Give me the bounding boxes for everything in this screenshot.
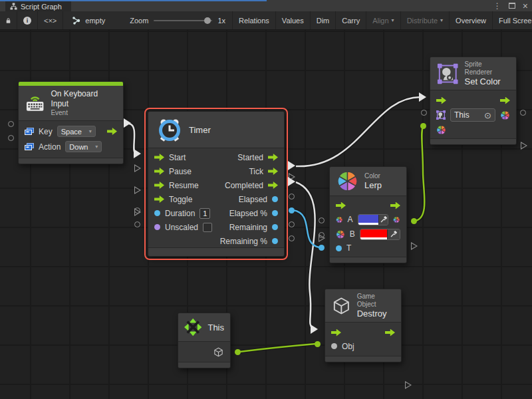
obj-port-dot[interactable] — [331, 343, 337, 349]
resume-flow-arrow[interactable] — [154, 182, 164, 189]
port-setcolor-flow-out[interactable] — [521, 142, 527, 150]
port-setcolor-target-in[interactable] — [421, 110, 427, 116]
t-port-dot[interactable] — [336, 245, 342, 251]
values-button[interactable]: Values — [276, 11, 311, 29]
carry-button[interactable]: Carry — [336, 11, 366, 29]
dim-button[interactable]: Dim — [311, 11, 336, 29]
graph-breadcrumb[interactable]: empty — [63, 11, 111, 29]
unscaled-port-dot[interactable] — [154, 224, 160, 230]
port-destroy-flow-out[interactable] — [405, 381, 412, 389]
port-setcolor-color-in[interactable] — [420, 123, 426, 129]
tick-flow-arrow[interactable] — [268, 168, 278, 175]
port-destroy-obj-in[interactable] — [315, 341, 321, 347]
zoom-slider[interactable] — [154, 20, 212, 21]
fullscreen-button[interactable]: Full Screen — [493, 11, 532, 29]
setcolor-flow-in-arrow[interactable] — [436, 97, 446, 104]
port-lerp-t-in[interactable] — [319, 245, 325, 251]
port-timer-completed-out[interactable] — [288, 177, 295, 186]
this-output-port[interactable] — [213, 346, 224, 358]
node-set-color[interactable]: Sprite Renderer Set Color This ⊙ — [430, 57, 517, 145]
setcolor-flow-out-arrow[interactable] — [500, 97, 510, 104]
node-color-lerp[interactable]: Color Lerp A B T — [329, 166, 407, 263]
window-close-icon[interactable]: × — [523, 1, 528, 11]
port-lerp-flow-out[interactable] — [411, 242, 418, 250]
elapsed-pct-port-dot[interactable] — [272, 210, 278, 216]
port-key-default[interactable] — [8, 121, 14, 127]
duration-port-dot[interactable] — [154, 210, 160, 216]
port-action-default[interactable] — [8, 135, 14, 141]
port-timer-remaining-out[interactable] — [289, 221, 295, 227]
port-this-out[interactable] — [235, 349, 241, 355]
port-lerp-result-out[interactable] — [411, 218, 417, 224]
node-on-keyboard-input[interactable]: On Keyboard Input Event Key Space ▾ A — [18, 81, 124, 164]
port-timer-elapsedpct-out[interactable] — [289, 207, 295, 213]
relations-button[interactable]: Relations — [233, 11, 276, 29]
port-timer-pause-in[interactable] — [134, 164, 141, 172]
port-timer-elapsed-out[interactable] — [289, 194, 295, 200]
port-kb-trigger-out[interactable] — [124, 118, 131, 128]
node-timer[interactable]: Timer Start Pause Resume Toggle Duration… — [148, 111, 285, 257]
eyedropper-icon[interactable] — [387, 229, 400, 239]
remaining-pct-port-dot[interactable] — [272, 238, 278, 244]
node-category: Color — [364, 172, 382, 180]
node-header[interactable]: This — [178, 313, 230, 342]
start-flow-arrow[interactable] — [154, 154, 164, 161]
node-header[interactable]: Sprite Renderer Set Color — [430, 57, 516, 90]
tab-script-graph[interactable]: Script Graph — [5, 1, 71, 11]
color-input-port[interactable] — [436, 125, 446, 135]
color-a-swatch[interactable] — [358, 215, 378, 225]
destroy-flow-out-arrow[interactable] — [385, 329, 395, 336]
node-header[interactable]: Game Object Destroy — [325, 289, 401, 323]
port-setcolor-flow-in[interactable] — [419, 92, 426, 102]
distribute-button[interactable]: Distribute▾ — [401, 11, 450, 29]
remaining-port-dot[interactable] — [272, 224, 278, 230]
key-dropdown[interactable]: Space ▾ — [57, 126, 96, 137]
action-dropdown[interactable]: Down ▾ — [65, 141, 102, 152]
this-self-icon — [184, 318, 201, 336]
toggle-flow-arrow[interactable] — [154, 196, 164, 203]
align-button[interactable]: Align▾ — [366, 11, 400, 29]
node-destroy[interactable]: Game Object Destroy Obj — [325, 289, 402, 362]
port-lerp-b-in[interactable] — [319, 232, 325, 238]
window-maximize-icon[interactable] — [509, 3, 515, 9]
completed-flow-arrow[interactable] — [268, 182, 278, 189]
port-lerp-a-in[interactable] — [319, 217, 325, 223]
port-timer-start-in[interactable] — [134, 149, 141, 158]
zoom-slider-handle[interactable] — [204, 17, 211, 24]
object-picker-icon[interactable]: ⊙ — [484, 110, 491, 120]
node-this[interactable]: This — [178, 313, 231, 368]
color-b-field[interactable] — [360, 229, 400, 240]
port-setcolor-value-out[interactable] — [520, 110, 526, 116]
started-flow-arrow[interactable] — [268, 154, 278, 161]
port-timer-unscaled-in[interactable] — [134, 221, 140, 227]
node-header[interactable]: Color Lerp — [330, 167, 406, 196]
destroy-flow-in-arrow[interactable] — [331, 329, 341, 336]
lerp-result-port[interactable] — [393, 215, 400, 225]
info-button[interactable]: i — [17, 11, 38, 29]
kb-trigger-arrow[interactable] — [107, 128, 117, 135]
elapsed-port-dot[interactable] — [272, 196, 278, 202]
target-field[interactable]: This ⊙ — [450, 108, 495, 122]
start-label: Start — [169, 153, 186, 162]
distribute-label: Distribute — [407, 17, 438, 25]
port-timer-remainingpct-out[interactable] — [289, 235, 295, 241]
color-a-field[interactable] — [358, 214, 389, 225]
node-header[interactable]: Timer — [148, 112, 284, 148]
b-port-label: B — [350, 229, 355, 239]
lock-button[interactable] — [0, 11, 17, 29]
port-timer-resume-in[interactable] — [134, 186, 141, 194]
overview-button[interactable]: Overview — [450, 11, 493, 29]
color-b-swatch[interactable] — [360, 229, 387, 239]
port-destroy-flow-in[interactable] — [311, 325, 318, 334]
setcolor-value-port[interactable] — [500, 110, 510, 120]
pause-label: Pause — [169, 167, 192, 176]
lerp-flow-out-arrow[interactable] — [390, 202, 400, 209]
window-menu-icon[interactable]: ⋮ — [493, 1, 501, 11]
node-header[interactable]: On Keyboard Input Event — [19, 86, 123, 121]
port-timer-tick-out[interactable] — [288, 161, 295, 170]
pause-flow-arrow[interactable] — [154, 168, 164, 175]
eyedropper-icon[interactable] — [378, 215, 388, 225]
code-toggle-button[interactable]: <×> — [38, 11, 63, 29]
lerp-flow-in-arrow[interactable] — [336, 202, 346, 209]
port-timer-duration-in[interactable] — [134, 207, 140, 213]
